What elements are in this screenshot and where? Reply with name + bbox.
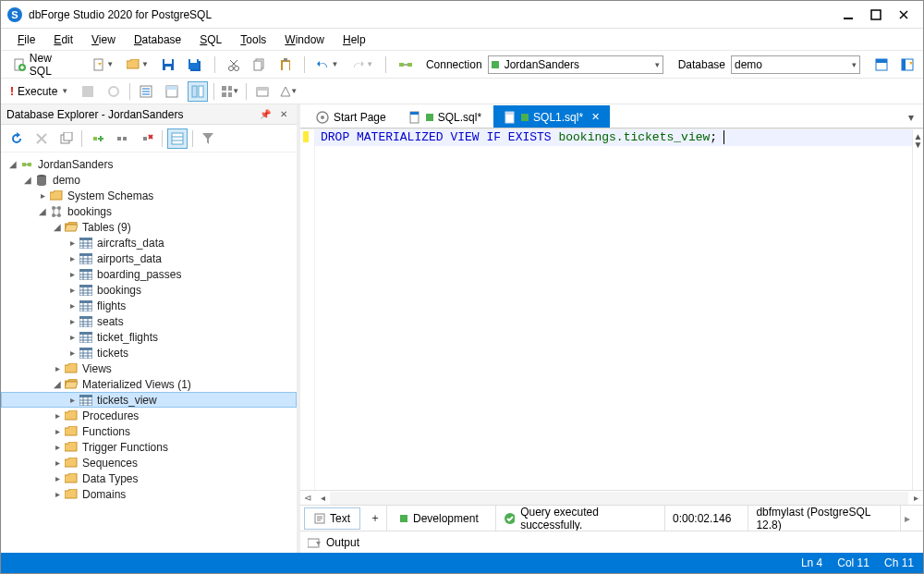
scroll-left-icon[interactable]: ⊲ (300, 493, 315, 503)
tree-expander[interactable]: ▸ (51, 489, 64, 499)
menu-database[interactable]: Database (127, 31, 188, 49)
menu-window[interactable]: Window (277, 31, 332, 49)
conn-icon[interactable] (112, 128, 132, 149)
new-dropdown[interactable]: ▼ (89, 55, 118, 75)
tree-domains[interactable]: ▸Domains (1, 486, 297, 502)
tree-expander[interactable]: ▸ (66, 269, 79, 279)
execute-button[interactable]: ! Execute ▼ (6, 83, 72, 100)
minimize-button[interactable] (842, 8, 855, 21)
tab-sql2[interactable]: SQL1.sql* ✕ (493, 105, 610, 128)
tree-expander[interactable]: ▸ (66, 238, 79, 248)
tree-expander[interactable]: ◢ (21, 175, 34, 185)
maximize-button[interactable] (869, 8, 882, 21)
tree-expander[interactable]: ▸ (66, 316, 79, 326)
tree-table-airports_data[interactable]: ▸airports_data (1, 250, 297, 266)
tool-btn-5[interactable] (252, 81, 273, 102)
pin-icon[interactable]: 📌 (258, 107, 273, 122)
tree-expander[interactable]: ▸ (66, 348, 79, 358)
remove-conn-button[interactable] (137, 128, 157, 149)
close-button[interactable] (897, 8, 910, 21)
scroll-right-icon[interactable]: ▸ (908, 493, 923, 503)
tree-expander[interactable]: ▸ (66, 285, 79, 295)
tree-views-folder[interactable]: ▸Views (1, 360, 297, 376)
tree-expander[interactable]: ▸ (66, 332, 79, 342)
undo-button[interactable]: ▼ (313, 55, 343, 75)
tree-table-flights[interactable]: ▸flights (1, 298, 297, 313)
text-result-tab[interactable]: Text (304, 507, 360, 530)
tree-mview-tickets-view[interactable]: ▸tickets_view (1, 392, 297, 408)
tree-trigger-functions[interactable]: ▸Trigger Functions (1, 439, 297, 455)
tree-expander[interactable]: ▸ (66, 300, 79, 311)
menu-tools[interactable]: Tools (233, 31, 274, 49)
tree-tables-folder[interactable]: ◢Tables (9) (1, 219, 297, 235)
tree-expander[interactable]: ◢ (36, 206, 49, 216)
tree-database[interactable]: ◢demo (1, 172, 297, 188)
output-panel-bar[interactable]: Output (300, 531, 923, 553)
database-dropdown[interactable]: demo ▾ (731, 55, 860, 74)
menu-edit[interactable]: Edit (46, 31, 80, 49)
paste-button[interactable] (275, 55, 296, 75)
tree-schema-bookings[interactable]: ◢bookings (1, 203, 297, 219)
tree-table-tickets[interactable]: ▸tickets (1, 345, 297, 360)
tree-table-bookings[interactable]: ▸bookings (1, 282, 297, 298)
tab-sql1[interactable]: SQL.sql* (398, 105, 492, 128)
scroll-icon[interactable]: ▸ (905, 512, 910, 525)
menu-help[interactable]: Help (335, 31, 373, 49)
tool-btn-2[interactable] (162, 81, 182, 102)
menu-sql[interactable]: SQL (192, 31, 229, 49)
tree-expander[interactable]: ▸ (36, 190, 49, 201)
open-dropdown[interactable]: ▼ (123, 55, 152, 75)
layout-button-1[interactable] (871, 55, 892, 75)
tree-expander[interactable]: ▸ (51, 363, 64, 373)
scroll-track[interactable] (330, 492, 908, 505)
redo-button[interactable]: ▼ (347, 55, 377, 75)
scroll-left-icon[interactable]: ◂ (315, 493, 330, 503)
tree-expander[interactable]: ◢ (6, 159, 19, 169)
tree-expander[interactable]: ◢ (51, 222, 64, 232)
tree-expander[interactable]: ▸ (51, 473, 64, 483)
tree-expander[interactable]: ▸ (51, 442, 64, 452)
tool-btn-6[interactable]: ▼ (278, 81, 298, 102)
tree-table-boarding_passes[interactable]: ▸boarding_passes (1, 266, 297, 282)
tree-expander[interactable]: ▸ (51, 410, 64, 421)
filter-button[interactable] (198, 128, 218, 149)
tree-table-seats[interactable]: ▸seats (1, 313, 297, 329)
tree-functions[interactable]: ▸Functions (1, 423, 297, 439)
connection-dropdown[interactable]: JordanSanders ▾ (488, 55, 663, 74)
tree-system-schemas[interactable]: ▸System Schemas (1, 188, 297, 203)
explorer-tree[interactable]: ◢JordanSanders◢demo▸System Schemas◢booki… (1, 153, 297, 553)
close-icon[interactable]: ✕ (276, 107, 291, 122)
layout-button-2[interactable] (897, 55, 918, 75)
tree-sequences[interactable]: ▸Sequences (1, 455, 297, 470)
tree-procedures[interactable]: ▸Procedures (1, 408, 297, 423)
add-tab-button[interactable]: ＋ (364, 507, 386, 530)
split-ruler[interactable]: ▲▼ (912, 129, 923, 490)
delete-button[interactable] (31, 128, 52, 149)
tree-server[interactable]: ◢JordanSanders (1, 156, 297, 172)
save-button[interactable] (158, 55, 178, 75)
new-window-button[interactable] (56, 128, 77, 149)
tree-expander[interactable]: ◢ (51, 379, 64, 389)
refresh-exec-button[interactable] (103, 81, 124, 102)
tool-btn-3[interactable] (188, 81, 208, 102)
horizontal-scrollbar[interactable]: ⊲ ◂ ▸ (300, 490, 923, 505)
tool-btn-4[interactable]: ▼ (220, 81, 240, 102)
tree-table-ticket_flights[interactable]: ▸ticket_flights (1, 329, 297, 345)
code-area[interactable]: DROP MATERIALIZED VIEW IF EXISTS booking… (315, 129, 912, 490)
code-line[interactable]: DROP MATERIALIZED VIEW IF EXISTS booking… (315, 129, 912, 146)
copy-button[interactable] (249, 55, 270, 75)
show-all-button[interactable] (167, 128, 188, 149)
tree-mviews-folder[interactable]: ◢Materialized Views (1) (1, 376, 297, 392)
connect-button[interactable] (395, 55, 417, 75)
tabs-menu-button[interactable]: ▾ (905, 107, 918, 128)
save-all-button[interactable] (184, 55, 206, 75)
menu-view[interactable]: View (84, 31, 123, 49)
cut-button[interactable] (224, 55, 244, 75)
add-conn-button[interactable] (87, 128, 107, 149)
tab-close-icon[interactable]: ✕ (591, 111, 600, 123)
new-sql-button[interactable]: New SQL (6, 55, 83, 75)
menu-file[interactable]: File (10, 31, 43, 49)
tree-table-aircrafts_data[interactable]: ▸aircrafts_data (1, 235, 297, 250)
stop-button[interactable] (78, 81, 98, 102)
tool-btn-1[interactable] (136, 81, 156, 102)
